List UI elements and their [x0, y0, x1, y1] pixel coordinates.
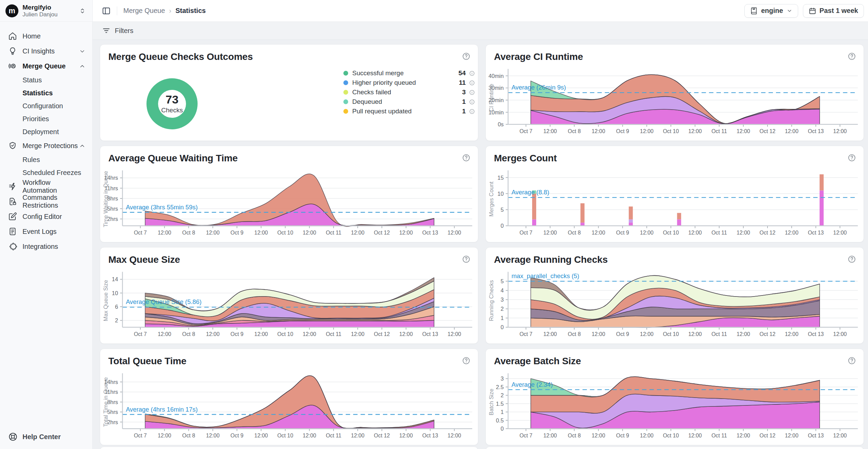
svg-text:Oct 9: Oct 9 — [231, 230, 244, 236]
legend-value: 1 — [462, 98, 466, 106]
legend-item[interactable]: Dequeued1 — [343, 97, 475, 107]
org-switcher[interactable]: m Mergifyio Julien Danjou — [0, 0, 92, 22]
ci-runtime-chart[interactable]: 0s10min20min30min40minAverage (26min 9s)… — [486, 45, 864, 141]
total-queue-time-chart[interactable]: 2hrs5hrs8hrs11hrs14hrsAverage (4hrs 16mi… — [100, 349, 478, 445]
donut-chart[interactable]: 73 Checks — [146, 78, 198, 129]
sidebar-item-label: Status — [22, 76, 42, 84]
queue-waiting-time-chart[interactable]: 2hrs5hrs8hrs11hrs14hrsAverage (3hrs 55mi… — [100, 146, 478, 242]
sidebar-item-workflow-automation[interactable]: Workflow Automation — [0, 179, 92, 194]
sidebar-item-rules[interactable]: Rules — [0, 153, 92, 166]
svg-text:Oct 9: Oct 9 — [616, 433, 629, 438]
svg-text:12:00: 12:00 — [592, 128, 605, 134]
legend-item[interactable]: Checks failed3 — [343, 87, 475, 97]
svg-text:12:00: 12:00 — [640, 433, 654, 438]
repository-selector[interactable]: engine — [744, 4, 798, 18]
merges-count-chart[interactable]: 051015Average (8.8)Oct 712:00Oct 812:00O… — [486, 146, 864, 242]
svg-text:15: 15 — [497, 175, 503, 181]
sidebar-item-priorities[interactable]: Priorities — [0, 112, 92, 125]
svg-text:12:00: 12:00 — [737, 230, 750, 236]
sidebar-item-integrations[interactable]: Integrations — [0, 239, 92, 254]
max-queue-size-chart[interactable]: 261014Average Queue Size (5.86)Oct 712:0… — [100, 247, 478, 343]
svg-text:Oct 9: Oct 9 — [616, 331, 629, 337]
merge-queue-icon — [8, 62, 17, 70]
svg-text:12:00: 12:00 — [399, 433, 413, 438]
card-average-running-checks: Average Running Checks 012345max_paralle… — [485, 247, 864, 344]
chevron-down-icon — [79, 48, 86, 54]
content: Merge Queue Checks Outcomes 73 Checks Su… — [93, 40, 868, 449]
svg-text:2: 2 — [115, 317, 118, 323]
svg-text:12:00: 12:00 — [785, 331, 799, 337]
svg-text:3: 3 — [500, 296, 503, 303]
svg-text:Average (2.34): Average (2.34) — [511, 381, 553, 388]
svg-text:Oct 9: Oct 9 — [616, 230, 629, 236]
svg-text:Average Queue Size (5.86): Average Queue Size (5.86) — [126, 298, 201, 305]
svg-text:12:00: 12:00 — [303, 331, 316, 337]
sidebar-item-commands-restrictions[interactable]: Commands Restrictions — [0, 194, 92, 209]
svg-text:Oct 10: Oct 10 — [277, 230, 293, 236]
breadcrumb-separator: › — [169, 7, 171, 15]
chevron-up-icon — [79, 63, 86, 69]
svg-text:Average (8.8): Average (8.8) — [511, 189, 549, 196]
sidebar-item-merge-queue[interactable]: Merge Queue — [0, 59, 92, 74]
chevron-up-icon — [79, 143, 86, 149]
sidebar-toggle-icon[interactable] — [102, 6, 111, 15]
svg-text:12:00: 12:00 — [543, 230, 557, 236]
breadcrumb-parent[interactable]: Merge Queue — [123, 7, 165, 15]
sidebar-item-statistics[interactable]: Statistics — [0, 86, 92, 99]
svg-text:12:00: 12:00 — [833, 128, 847, 134]
svg-text:4: 4 — [500, 287, 503, 293]
svg-text:2.5: 2.5 — [496, 384, 504, 390]
legend-value: 3 — [462, 89, 466, 96]
sidebar-item-scheduled-freezes[interactable]: Scheduled Freezes — [0, 166, 92, 179]
filters-bar[interactable]: Filters — [93, 22, 868, 40]
info-icon[interactable] — [469, 109, 475, 114]
time-range-button[interactable]: Past 1 week — [803, 4, 864, 18]
legend-dot — [343, 71, 348, 76]
svg-text:Average (3hrs 55min 59s): Average (3hrs 55min 59s) — [126, 204, 198, 211]
svg-text:Oct 12: Oct 12 — [374, 433, 390, 438]
info-icon[interactable] — [469, 70, 475, 76]
legend-item[interactable]: Successful merge54 — [343, 68, 475, 78]
repository-selector-label: engine — [761, 7, 783, 15]
svg-text:12:00: 12:00 — [543, 331, 557, 337]
sidebar-item-event-logs[interactable]: Event Logs — [0, 224, 92, 239]
help-center-link[interactable]: Help Center — [8, 432, 61, 442]
svg-text:Oct 7: Oct 7 — [520, 433, 532, 438]
svg-text:Oct 10: Oct 10 — [663, 331, 679, 337]
svg-text:12:00: 12:00 — [351, 230, 365, 236]
calendar-icon — [809, 7, 816, 15]
sidebar-item-label: Event Logs — [22, 228, 86, 236]
card-average-batch-size: Average Batch Size 00.511.522.53Average … — [485, 349, 864, 445]
svg-text:12:00: 12:00 — [543, 433, 557, 438]
legend-item[interactable]: Higher priority queued11 — [343, 78, 475, 87]
sidebar-item-merge-protections[interactable]: Merge Protections — [0, 138, 92, 153]
svg-text:CI Runtime: CI Runtime — [488, 84, 494, 112]
svg-text:Oct 12: Oct 12 — [374, 331, 390, 337]
sidebar-item-configuration[interactable]: Configuration — [0, 99, 92, 112]
sidebar-item-ci-insights[interactable]: CI Insights — [0, 44, 92, 59]
sidebar-item-label: Home — [22, 32, 86, 40]
card-average-ci-runtime: Average CI Runtime 0s10min20min30min40mi… — [485, 44, 864, 141]
sidebar-item-home[interactable]: Home — [0, 29, 92, 44]
shield-check-icon — [8, 141, 17, 150]
svg-text:Oct 13: Oct 13 — [808, 433, 824, 438]
svg-text:Oct 11: Oct 11 — [711, 331, 727, 337]
sidebar: m Mergifyio Julien Danjou Home CI Insigh… — [0, 0, 93, 449]
svg-text:12:00: 12:00 — [688, 128, 702, 134]
svg-text:12:00: 12:00 — [833, 331, 847, 337]
partial-card — [485, 447, 864, 449]
sidebar-item-status[interactable]: Status — [0, 74, 92, 86]
svg-text:12:00: 12:00 — [158, 433, 171, 438]
running-checks-chart[interactable]: 012345max_parallel_checks (5)Oct 712:00O… — [486, 247, 864, 343]
help-icon[interactable] — [462, 52, 470, 61]
svg-text:12:00: 12:00 — [206, 433, 220, 438]
legend-value: 11 — [459, 79, 466, 86]
sidebar-item-deployment[interactable]: Deployment — [0, 125, 92, 138]
info-icon[interactable] — [469, 99, 475, 105]
info-icon[interactable] — [469, 80, 475, 86]
batch-size-chart[interactable]: 00.511.522.53Average (2.34)Oct 712:00Oct… — [486, 349, 864, 445]
legend-item[interactable]: Pull request updated1 — [343, 107, 475, 116]
info-icon[interactable] — [469, 90, 475, 95]
mergify-logo: m — [5, 4, 18, 17]
sidebar-item-config-editor[interactable]: Config Editor — [0, 209, 92, 224]
